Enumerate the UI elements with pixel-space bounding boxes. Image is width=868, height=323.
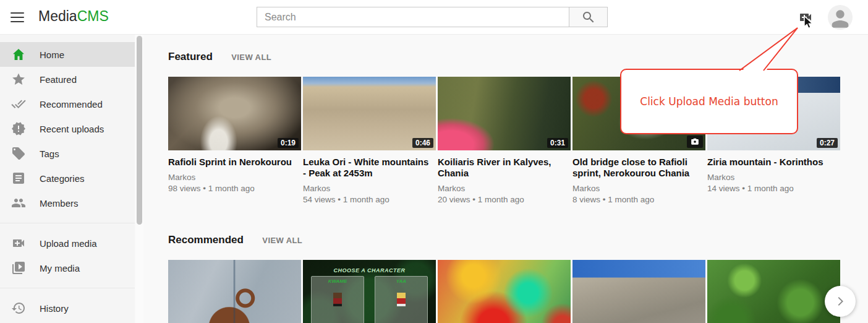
logo[interactable]: MediaCMS [38, 8, 109, 25]
media-meta: 14 views • 1 month ago [707, 184, 840, 193]
sidebar: Home Featured Recommended Recent uploads… [0, 35, 135, 323]
search-input[interactable] [257, 7, 569, 27]
sidebar-item-label: Recent uploads [40, 124, 104, 134]
media-title[interactable]: Koiliaris River in Kalyves, Chania [438, 157, 571, 179]
sidebar-item-label: My media [40, 263, 80, 273]
sidebar-item-label: Upload media [40, 238, 97, 249]
thumbnail-panel: KWAME Selected [311, 276, 364, 323]
sidebar-divider [0, 288, 135, 288]
sidebar-item-history[interactable]: History [0, 296, 135, 321]
media-thumbnail[interactable] [707, 260, 840, 323]
scroll-next-button[interactable] [825, 286, 856, 317]
sidebar-item-members[interactable]: Members [0, 191, 135, 215]
media-card [707, 260, 840, 323]
user-avatar[interactable] [828, 5, 853, 30]
media-card: 0:19 Rafioli Sprint in Nerokourou Markos… [168, 77, 301, 204]
media-thumbnail[interactable] [572, 260, 705, 323]
sidebar-item-label: History [40, 303, 69, 314]
media-thumbnail[interactable]: CHOOSE A CHARACTER KWAME Selected YAA Se… [303, 260, 436, 323]
sidebar-item-tags[interactable]: Tags [0, 141, 135, 166]
media-meta: 8 views • 1 month ago [572, 195, 705, 204]
sidebar-item-categories[interactable]: Categories [0, 166, 135, 191]
menu-icon[interactable] [10, 10, 25, 25]
thumbnail-panel: YAA Select [375, 276, 428, 323]
featured-view-all-link[interactable]: VIEW ALL [231, 51, 271, 64]
sidebar-item-upload-media[interactable]: Upload media [0, 231, 135, 256]
sidebar-item-label: Home [40, 50, 64, 60]
media-author[interactable]: Markos [572, 184, 705, 193]
sidebar-item-home[interactable]: Home [0, 42, 135, 67]
duration-badge: 0:46 [412, 138, 433, 148]
logo-media-text: Media [38, 8, 77, 24]
photo-badge [687, 136, 703, 148]
camera-icon [691, 137, 699, 146]
sidebar-item-label: Categories [40, 173, 85, 184]
media-thumbnail[interactable] [168, 260, 301, 323]
search-icon [581, 10, 596, 25]
recommended-section: Recommended VIEW ALL CHOOSE A CHARACTER … [168, 234, 840, 323]
annotation-tooltip: Click Upload Media button [620, 69, 798, 134]
media-title[interactable]: Rafioli Sprint in Nerokourou [168, 157, 301, 168]
media-card [168, 260, 301, 323]
new-releases-icon [11, 121, 26, 136]
search-button[interactable] [569, 7, 608, 27]
sidebar-item-recommended[interactable]: Recommended [0, 92, 135, 116]
done-all-icon [11, 97, 26, 111]
media-card [438, 260, 571, 323]
media-author[interactable]: Markos [303, 184, 436, 193]
person-icon [828, 5, 853, 30]
members-icon [11, 196, 26, 210]
thumbnail-text: KWAME [312, 278, 364, 284]
sidebar-item-recent-uploads[interactable]: Recent uploads [0, 116, 135, 141]
duration-badge: 0:19 [278, 138, 299, 148]
sidebar-item-label: Recommended [40, 99, 103, 110]
media-title[interactable]: Leuka Ori - White mountains - Peak at 24… [303, 157, 436, 179]
annotation-text: Click Upload Media button [640, 95, 778, 108]
section-title-featured: Featured [168, 51, 213, 63]
recommended-view-all-link[interactable]: VIEW ALL [262, 235, 302, 247]
thumbnail-text: CHOOSE A CHARACTER [303, 267, 436, 273]
sidebar-divider [0, 223, 135, 223]
media-title[interactable]: Ziria mountain - Korinthos [707, 157, 840, 168]
sidebar-scrollbar[interactable] [135, 35, 143, 323]
character-sprite [397, 293, 406, 306]
media-meta: 20 views • 1 month ago [438, 195, 571, 204]
character-sprite [333, 293, 342, 306]
media-card: CHOOSE A CHARACTER KWAME Selected YAA Se… [303, 260, 436, 323]
media-thumbnail[interactable]: 0:19 [168, 77, 301, 150]
media-meta: 98 views • 1 month ago [168, 184, 301, 193]
media-card [572, 260, 705, 323]
section-title-recommended: Recommended [168, 234, 244, 246]
sidebar-item-my-media[interactable]: My media [0, 256, 135, 280]
sidebar-item-label: Featured [40, 74, 77, 85]
history-icon [11, 301, 26, 316]
sidebar-item-label: Tags [40, 149, 59, 159]
star-icon [11, 72, 26, 87]
video-library-icon [11, 261, 26, 275]
media-author[interactable]: Markos [168, 173, 301, 182]
sidebar-item-featured[interactable]: Featured [0, 67, 135, 92]
home-icon [11, 47, 26, 62]
media-thumbnail[interactable]: 0:31 [438, 77, 571, 150]
search-bar [257, 7, 608, 27]
media-card: 0:31 Koiliaris River in Kalyves, Chania … [438, 77, 571, 204]
categories-icon [11, 171, 26, 186]
media-card: 0:46 Leuka Ori - White mountains - Peak … [303, 77, 436, 204]
media-author[interactable]: Markos [707, 173, 840, 182]
tag-icon [11, 146, 26, 161]
media-thumbnail[interactable] [438, 260, 571, 323]
duration-badge: 0:31 [547, 138, 568, 148]
upload-media-icon [798, 10, 813, 25]
upload-media-button[interactable] [798, 10, 813, 25]
media-author[interactable]: Markos [438, 184, 571, 193]
scrollbar-thumb[interactable] [137, 36, 142, 225]
thumbnail-text: YAA [375, 278, 427, 284]
logo-cms-text: CMS [77, 8, 109, 24]
upload-media-icon [11, 236, 26, 251]
chevron-right-icon [833, 295, 847, 308]
top-bar: MediaCMS [0, 0, 868, 35]
duration-badge: 0:27 [817, 138, 838, 148]
sidebar-item-label: Members [40, 198, 79, 209]
media-thumbnail[interactable]: 0:46 [303, 77, 436, 150]
media-title[interactable]: Old bridge close to Rafioli sprint, Nero… [572, 157, 705, 179]
